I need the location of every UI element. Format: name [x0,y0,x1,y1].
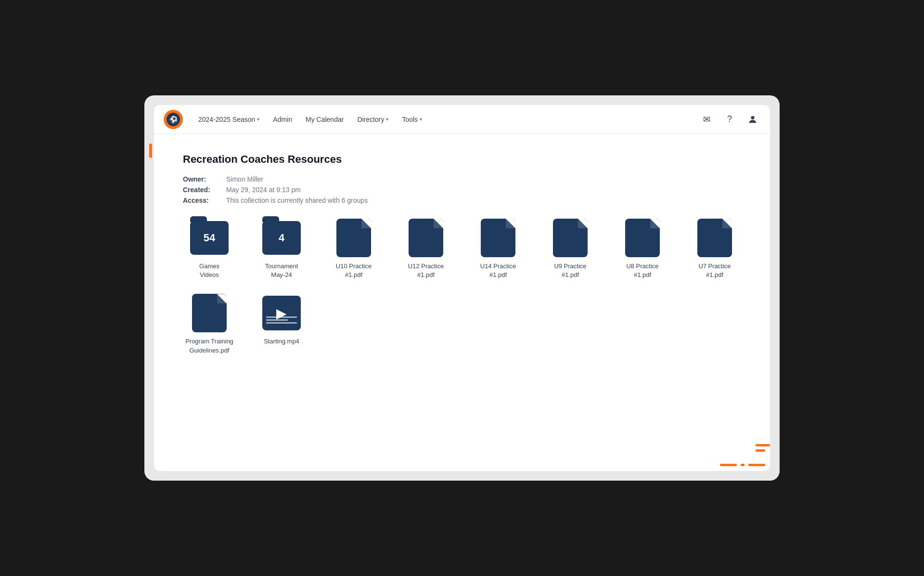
file-item[interactable]: ▶ Starting.mp4 [255,294,308,354]
folder-badge: 4 [279,232,284,244]
app-logo[interactable]: ⚽ [164,110,183,129]
doc-icon [625,219,660,257]
doc-icon [336,219,371,257]
accent-bars-right [756,444,770,452]
files-grid: 54 GamesVideos 4 TournamentMay-24 U10 Pr… [183,219,741,355]
accent-bar-left [149,144,152,158]
owner-row: Owner: Simon Miller [183,175,741,183]
help-icon[interactable]: ? [722,112,737,127]
file-item[interactable]: U7 Practice#1.pdf [688,219,741,279]
doc-icon-wrapper [551,219,590,257]
user-icon[interactable] [745,112,760,127]
mail-icon[interactable]: ✉ [699,112,714,127]
doc-corner [361,219,371,228]
created-value: May 29, 2024 at 9:13 pm [226,186,301,194]
nav-season[interactable]: 2024-2025 Season ▾ [192,113,265,126]
logo-icon: ⚽ [167,113,180,126]
file-name: Starting.mp4 [264,337,299,346]
doc-corner [578,219,588,228]
file-name: U10 Practice#1.pdf [336,262,372,279]
file-name: U12 Practice#1.pdf [408,262,444,279]
created-label: Created: [183,186,226,194]
file-item[interactable]: U12 Practice#1.pdf [399,219,452,279]
doc-corner [722,219,732,228]
file-item[interactable]: 54 GamesVideos [183,219,236,279]
doc-icon [192,294,227,332]
folder-icon-wrapper: 4 [262,219,301,257]
doc-corner [650,219,660,228]
nav-right: ✉ ? [699,112,760,127]
nav-tools[interactable]: Tools ▾ [396,113,428,126]
folder-icon: 4 [262,221,301,255]
doc-icon-wrapper [623,219,662,257]
chevron-down-icon: ▾ [386,117,388,122]
play-icon: ▶ [276,305,287,321]
nav-directory[interactable]: Directory ▾ [351,113,394,126]
file-item[interactable]: U10 Practice#1.pdf [327,219,380,279]
chevron-down-icon: ▾ [420,117,422,122]
file-item[interactable]: U14 Practice#1.pdf [472,219,525,279]
folder-badge: 54 [204,232,215,244]
folder-icon-wrapper: 54 [190,219,229,257]
file-name: U14 Practice#1.pdf [480,262,516,279]
navbar: ⚽ 2024-2025 Season ▾ Admin My Calendar D… [154,105,770,134]
video-line [266,322,297,324]
doc-corner [506,219,515,228]
file-item[interactable]: U8 Practice#1.pdf [616,219,669,279]
access-value: This collection is currently shared with… [226,196,368,204]
doc-corner [217,294,227,303]
owner-value: Simon Miller [226,175,263,183]
doc-icon-wrapper [407,219,445,257]
meta-section: Owner: Simon Miller Created: May 29, 202… [183,175,741,204]
nav-items: 2024-2025 Season ▾ Admin My Calendar Dir… [192,113,689,126]
doc-icon-wrapper [190,294,229,332]
nav-admin[interactable]: Admin [267,113,298,126]
page-title: Recreation Coaches Resources [183,153,741,166]
file-name: U8 Practice#1.pdf [626,262,658,279]
created-row: Created: May 29, 2024 at 9:13 pm [183,186,741,194]
folder-icon: 54 [190,221,229,255]
doc-icon-wrapper [334,219,373,257]
chevron-down-icon: ▾ [257,117,259,122]
doc-icon-wrapper [695,219,734,257]
doc-icon [409,219,443,257]
doc-icon [553,219,588,257]
file-name: U9 Practice#1.pdf [554,262,586,279]
accent-dots-bottom [720,464,765,466]
main-content: Recreation Coaches Resources Owner: Simo… [154,134,770,471]
file-name: TournamentMay-24 [265,262,298,279]
video-icon: ▶ [262,296,301,330]
svg-point-0 [751,116,754,119]
nav-calendar[interactable]: My Calendar [300,113,349,126]
access-row: Access: This collection is currently sha… [183,196,741,204]
file-item[interactable]: U9 Practice#1.pdf [544,219,597,279]
doc-icon-wrapper [479,219,517,257]
access-label: Access: [183,196,226,204]
file-item[interactable]: 4 TournamentMay-24 [255,219,308,279]
file-item[interactable]: Program TrainingGuidelines.pdf [183,294,236,354]
video-icon-wrapper: ▶ [262,294,301,332]
doc-icon [481,219,515,257]
app-window: ⚽ 2024-2025 Season ▾ Admin My Calendar D… [154,105,770,471]
file-name: Program TrainingGuidelines.pdf [185,337,233,354]
owner-label: Owner: [183,175,226,183]
doc-icon [697,219,732,257]
file-name: U7 Practice#1.pdf [698,262,731,279]
doc-corner [434,219,443,228]
file-name: GamesVideos [199,262,219,279]
